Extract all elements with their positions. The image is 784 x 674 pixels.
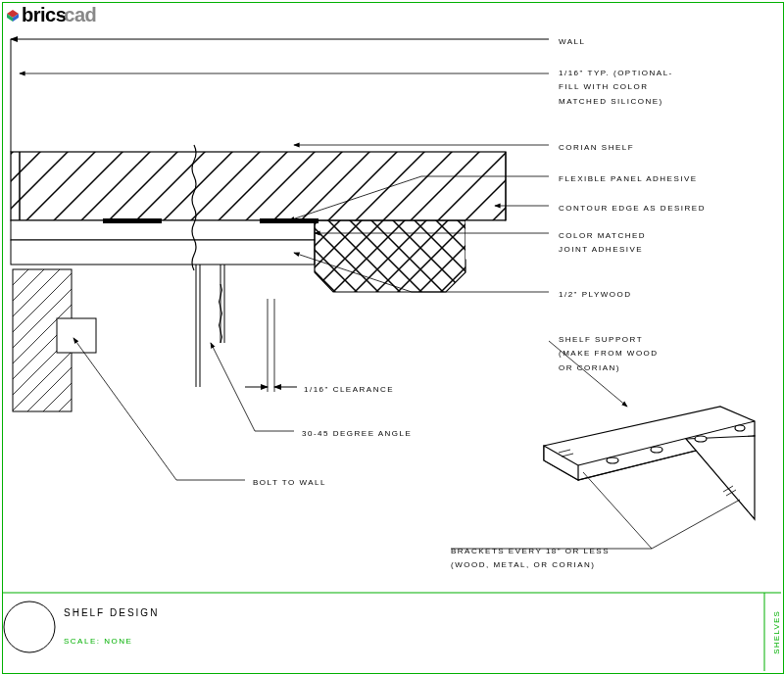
label-clearance: 1/16" CLEARANCE xyxy=(304,383,394,397)
drawing-scale: SCALE: NONE xyxy=(64,637,132,646)
svg-point-35 xyxy=(651,447,662,453)
svg-rect-5 xyxy=(11,152,506,220)
label-joint: COLOR MATCHED JOINT ADHESIVE xyxy=(559,229,646,258)
label-bolt: BOLT TO WALL xyxy=(253,476,326,490)
label-support: SHELF SUPPORT (MAKE FROM WOOD OR CORIAN) xyxy=(559,333,659,375)
side-label: SHELVES xyxy=(772,610,781,654)
svg-point-37 xyxy=(735,425,745,431)
svg-point-42 xyxy=(4,602,55,652)
svg-point-36 xyxy=(695,436,707,442)
drawing-title: SHELF DESIGN xyxy=(64,607,159,618)
svg-rect-14 xyxy=(57,318,96,353)
label-gap: 1/16" TYP. (OPTIONAL- FILL WITH COLOR MA… xyxy=(559,67,673,109)
label-adhesive: FLEXIBLE PANEL ADHESIVE xyxy=(559,172,698,186)
label-brackets: BRACKETS EVERY 18" OR LESS (WOOD, METAL,… xyxy=(451,545,610,573)
svg-line-39 xyxy=(652,500,740,549)
svg-rect-8 xyxy=(11,240,315,265)
label-corian: CORIAN SHELF xyxy=(559,141,634,155)
label-contour: CONTOUR EDGE AS DESIRED xyxy=(559,202,706,216)
svg-line-38 xyxy=(583,472,652,549)
svg-rect-11 xyxy=(103,218,162,223)
svg-rect-12 xyxy=(260,218,318,223)
label-plywood: 1/2" PLYWOOD xyxy=(559,288,631,302)
svg-point-34 xyxy=(607,457,618,463)
label-angle: 30-45 DEGREE ANGLE xyxy=(302,427,412,441)
label-wall: WALL xyxy=(559,35,586,49)
